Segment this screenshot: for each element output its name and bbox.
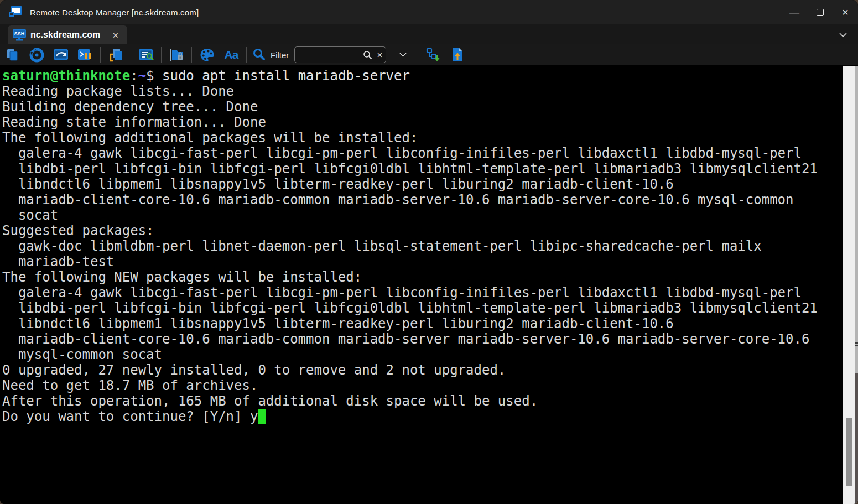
terminal-line: Suggested packages: [2,223,841,238]
paste-button[interactable] [103,46,128,64]
color-palette-icon [200,48,215,62]
terminal-line: Need to get 18.7 MB of archives. [2,378,841,393]
app-logo-icon [8,6,23,19]
terminal-scrollbar-thumb[interactable] [846,418,852,486]
toolbar-separator [161,47,162,63]
maximize-button[interactable] [807,0,833,24]
tab-list-chevron-down-icon[interactable] [833,25,854,44]
filter-button[interactable] [249,46,268,64]
terminal-line: The following additional packages will b… [2,130,841,146]
export-file-button[interactable] [445,46,470,64]
toolbar-separator [100,47,101,63]
secure-folder-button[interactable] [164,46,189,64]
terminal-scrollbar-track[interactable] [843,66,855,504]
toolbar-separator [246,47,247,63]
ssh-terminal[interactable]: saturn@thinknote:~$ sudo apt install mar… [0,66,858,504]
terminal-line: galera-4 gawk libcgi-fast-perl libcgi-pm… [2,285,841,300]
filter-options-chevron[interactable] [391,46,415,64]
view-log-search-icon [138,48,154,62]
terminal-line: 0 upgraded, 27 newly installed, 0 to rem… [2,362,841,378]
terminal-line: The following NEW packages will be insta… [2,269,841,285]
filter-search-icon [252,48,266,61]
filter-search-box: × [294,46,386,63]
terminal-line: Building dependency tree... Done [2,99,841,115]
outer-scrollbar [855,66,858,504]
view-log-button[interactable] [134,46,158,64]
minimize-button[interactable]: — [782,0,807,24]
reconnect-button[interactable] [24,46,49,64]
toolbar-separator [418,47,418,63]
terminal-line: mariadb-client-core-10.6 mariadb-common … [2,192,841,207]
toolbar-separator [191,47,192,63]
terminal-line: galera-4 gawk libcgi-fast-perl libcgi-pm… [2,146,841,161]
terminal-line: libdbi-perl libfcgi-bin libfcgi-perl lib… [2,161,841,176]
maximize-icon [817,9,824,16]
terminal-line: mariadb-client-core-10.6 mariadb-common … [2,331,841,347]
reconnect-icon [29,48,44,63]
terminal-output: saturn@thinknote:~$ sudo apt install mar… [2,68,841,504]
tab-close-icon[interactable]: × [110,30,121,40]
chevron-down-icon [399,53,407,57]
paste-icon [108,48,123,62]
import-sessions-button[interactable] [421,46,445,64]
titlebar: Remote Desktop Manager [nc.skdream.com] … [0,0,858,24]
svg-text:SSH: SSH [14,31,25,37]
secure-folder-lock-icon [168,48,185,62]
tab-bar: SSH nc.skdream.com × [0,24,858,44]
terminal-line: Reading package lists... Done [2,84,841,99]
copy-icon [5,48,19,62]
font-button[interactable]: Aa [219,46,243,64]
font-icon: Aa [225,48,238,61]
terminal-line: saturn@thinknote:~$ sudo apt install mar… [2,68,841,84]
ssh-protocol-icon: SSH [12,28,27,41]
export-file-upload-icon [451,48,464,62]
pause-terminal-button[interactable] [73,46,97,64]
window-controls: — × [782,0,858,24]
outer-scrollbar-grip [855,341,858,347]
terminal-line: libndctl6 libpmem1 libsnappy1v5 libterm-… [2,316,841,331]
terminal-line: gawk-doc libmldbm-perl libnet-daemon-per… [2,238,841,254]
filter-search-input[interactable] [299,50,363,60]
toolbar-separator [131,47,131,63]
terminal-line: libndctl6 libpmem1 libsnappy1v5 libterm-… [2,176,841,192]
terminal-line: mysql-common socat [2,347,841,362]
terminal-line: libdbi-perl libfcgi-bin libfcgi-perl lib… [2,300,841,316]
tab-nc-skdream[interactable]: SSH nc.skdream.com × [8,25,127,44]
rdm-window: Remote Desktop Manager [nc.skdream.com] … [0,0,858,504]
macro-terminal-button[interactable] [49,46,73,64]
terminal-line: socat [2,207,841,223]
clear-search-icon[interactable]: × [377,50,382,60]
copy-button[interactable] [0,46,24,64]
macro-terminal-icon [53,48,69,61]
terminal-line: Do you want to continue? [Y/n] y [2,409,841,424]
pause-terminal-icon [77,48,93,61]
session-toolbar: Aa Filter × [0,44,858,66]
filter-label: Filter [271,50,289,60]
color-scheme-button[interactable] [195,46,219,64]
close-button[interactable]: × [833,0,858,24]
tab-label: nc.skdream.com [30,30,100,40]
terminal-line: Reading state information... Done [2,115,841,130]
import-tree-download-icon [426,48,441,62]
search-icon [363,50,372,60]
outer-scrollbar-thumb [855,373,858,504]
terminal-line: mariadb-test [2,254,841,269]
terminal-line: After this operation, 165 MB of addition… [2,393,841,409]
window-title: Remote Desktop Manager [nc.skdream.com] [30,8,199,17]
